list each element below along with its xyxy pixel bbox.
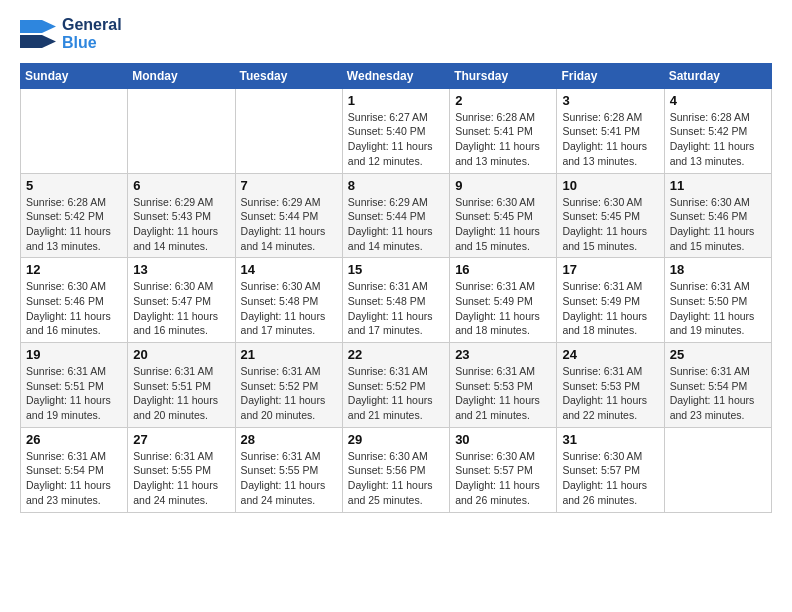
calendar-cell: 26Sunrise: 6:31 AMSunset: 5:54 PMDayligh… bbox=[21, 427, 128, 512]
calendar-week-5: 26Sunrise: 6:31 AMSunset: 5:54 PMDayligh… bbox=[21, 427, 772, 512]
day-number: 12 bbox=[26, 262, 122, 277]
day-number: 22 bbox=[348, 347, 444, 362]
day-number: 4 bbox=[670, 93, 766, 108]
day-info: Sunrise: 6:31 AMSunset: 5:51 PMDaylight:… bbox=[133, 364, 229, 423]
calendar-cell: 29Sunrise: 6:30 AMSunset: 5:56 PMDayligh… bbox=[342, 427, 449, 512]
day-number: 27 bbox=[133, 432, 229, 447]
svg-rect-0 bbox=[20, 20, 42, 33]
day-number: 13 bbox=[133, 262, 229, 277]
day-info: Sunrise: 6:27 AMSunset: 5:40 PMDaylight:… bbox=[348, 110, 444, 169]
calendar-cell: 17Sunrise: 6:31 AMSunset: 5:49 PMDayligh… bbox=[557, 258, 664, 343]
day-number: 11 bbox=[670, 178, 766, 193]
calendar-cell: 1Sunrise: 6:27 AMSunset: 5:40 PMDaylight… bbox=[342, 88, 449, 173]
day-number: 7 bbox=[241, 178, 337, 193]
day-number: 10 bbox=[562, 178, 658, 193]
day-number: 24 bbox=[562, 347, 658, 362]
day-info: Sunrise: 6:28 AMSunset: 5:41 PMDaylight:… bbox=[455, 110, 551, 169]
calendar-cell: 27Sunrise: 6:31 AMSunset: 5:55 PMDayligh… bbox=[128, 427, 235, 512]
day-number: 26 bbox=[26, 432, 122, 447]
header: General Blue bbox=[20, 16, 772, 53]
day-info: Sunrise: 6:30 AMSunset: 5:57 PMDaylight:… bbox=[562, 449, 658, 508]
weekday-header-saturday: Saturday bbox=[664, 63, 771, 88]
calendar-table: SundayMondayTuesdayWednesdayThursdayFrid… bbox=[20, 63, 772, 513]
day-info: Sunrise: 6:30 AMSunset: 5:57 PMDaylight:… bbox=[455, 449, 551, 508]
day-number: 3 bbox=[562, 93, 658, 108]
day-number: 2 bbox=[455, 93, 551, 108]
day-info: Sunrise: 6:30 AMSunset: 5:48 PMDaylight:… bbox=[241, 279, 337, 338]
day-number: 31 bbox=[562, 432, 658, 447]
calendar-cell: 18Sunrise: 6:31 AMSunset: 5:50 PMDayligh… bbox=[664, 258, 771, 343]
day-info: Sunrise: 6:28 AMSunset: 5:41 PMDaylight:… bbox=[562, 110, 658, 169]
day-info: Sunrise: 6:31 AMSunset: 5:55 PMDaylight:… bbox=[241, 449, 337, 508]
calendar-cell bbox=[235, 88, 342, 173]
calendar-cell: 30Sunrise: 6:30 AMSunset: 5:57 PMDayligh… bbox=[450, 427, 557, 512]
calendar-week-4: 19Sunrise: 6:31 AMSunset: 5:51 PMDayligh… bbox=[21, 343, 772, 428]
calendar-cell: 2Sunrise: 6:28 AMSunset: 5:41 PMDaylight… bbox=[450, 88, 557, 173]
weekday-header-friday: Friday bbox=[557, 63, 664, 88]
svg-marker-3 bbox=[42, 35, 56, 48]
day-info: Sunrise: 6:29 AMSunset: 5:44 PMDaylight:… bbox=[348, 195, 444, 254]
day-info: Sunrise: 6:31 AMSunset: 5:52 PMDaylight:… bbox=[241, 364, 337, 423]
day-info: Sunrise: 6:30 AMSunset: 5:46 PMDaylight:… bbox=[670, 195, 766, 254]
day-number: 18 bbox=[670, 262, 766, 277]
day-number: 29 bbox=[348, 432, 444, 447]
calendar-cell: 11Sunrise: 6:30 AMSunset: 5:46 PMDayligh… bbox=[664, 173, 771, 258]
calendar-cell: 14Sunrise: 6:30 AMSunset: 5:48 PMDayligh… bbox=[235, 258, 342, 343]
day-number: 9 bbox=[455, 178, 551, 193]
calendar-week-1: 1Sunrise: 6:27 AMSunset: 5:40 PMDaylight… bbox=[21, 88, 772, 173]
calendar-cell: 21Sunrise: 6:31 AMSunset: 5:52 PMDayligh… bbox=[235, 343, 342, 428]
day-info: Sunrise: 6:30 AMSunset: 5:56 PMDaylight:… bbox=[348, 449, 444, 508]
weekday-header-sunday: Sunday bbox=[21, 63, 128, 88]
calendar-cell bbox=[21, 88, 128, 173]
svg-marker-2 bbox=[42, 20, 56, 33]
weekday-header-thursday: Thursday bbox=[450, 63, 557, 88]
calendar-cell: 8Sunrise: 6:29 AMSunset: 5:44 PMDaylight… bbox=[342, 173, 449, 258]
calendar-cell: 25Sunrise: 6:31 AMSunset: 5:54 PMDayligh… bbox=[664, 343, 771, 428]
day-info: Sunrise: 6:30 AMSunset: 5:47 PMDaylight:… bbox=[133, 279, 229, 338]
day-info: Sunrise: 6:31 AMSunset: 5:48 PMDaylight:… bbox=[348, 279, 444, 338]
page: General Blue SundayMondayTuesdayWednesda… bbox=[0, 0, 792, 612]
day-info: Sunrise: 6:29 AMSunset: 5:44 PMDaylight:… bbox=[241, 195, 337, 254]
day-info: Sunrise: 6:31 AMSunset: 5:49 PMDaylight:… bbox=[455, 279, 551, 338]
calendar-cell: 20Sunrise: 6:31 AMSunset: 5:51 PMDayligh… bbox=[128, 343, 235, 428]
day-info: Sunrise: 6:28 AMSunset: 5:42 PMDaylight:… bbox=[26, 195, 122, 254]
calendar-cell: 5Sunrise: 6:28 AMSunset: 5:42 PMDaylight… bbox=[21, 173, 128, 258]
day-number: 21 bbox=[241, 347, 337, 362]
calendar-cell: 24Sunrise: 6:31 AMSunset: 5:53 PMDayligh… bbox=[557, 343, 664, 428]
weekday-header-row: SundayMondayTuesdayWednesdayThursdayFrid… bbox=[21, 63, 772, 88]
day-info: Sunrise: 6:31 AMSunset: 5:55 PMDaylight:… bbox=[133, 449, 229, 508]
calendar-cell: 4Sunrise: 6:28 AMSunset: 5:42 PMDaylight… bbox=[664, 88, 771, 173]
logo: General Blue bbox=[20, 16, 122, 53]
logo-general: General bbox=[62, 16, 122, 34]
day-info: Sunrise: 6:31 AMSunset: 5:53 PMDaylight:… bbox=[562, 364, 658, 423]
calendar-cell bbox=[664, 427, 771, 512]
day-info: Sunrise: 6:29 AMSunset: 5:43 PMDaylight:… bbox=[133, 195, 229, 254]
calendar-cell: 6Sunrise: 6:29 AMSunset: 5:43 PMDaylight… bbox=[128, 173, 235, 258]
day-number: 6 bbox=[133, 178, 229, 193]
weekday-header-tuesday: Tuesday bbox=[235, 63, 342, 88]
calendar-cell: 23Sunrise: 6:31 AMSunset: 5:53 PMDayligh… bbox=[450, 343, 557, 428]
calendar-cell: 15Sunrise: 6:31 AMSunset: 5:48 PMDayligh… bbox=[342, 258, 449, 343]
calendar-week-2: 5Sunrise: 6:28 AMSunset: 5:42 PMDaylight… bbox=[21, 173, 772, 258]
day-number: 1 bbox=[348, 93, 444, 108]
calendar-week-3: 12Sunrise: 6:30 AMSunset: 5:46 PMDayligh… bbox=[21, 258, 772, 343]
day-info: Sunrise: 6:28 AMSunset: 5:42 PMDaylight:… bbox=[670, 110, 766, 169]
calendar-cell: 9Sunrise: 6:30 AMSunset: 5:45 PMDaylight… bbox=[450, 173, 557, 258]
calendar-cell: 7Sunrise: 6:29 AMSunset: 5:44 PMDaylight… bbox=[235, 173, 342, 258]
weekday-header-wednesday: Wednesday bbox=[342, 63, 449, 88]
logo-icon bbox=[20, 20, 56, 48]
day-number: 5 bbox=[26, 178, 122, 193]
day-info: Sunrise: 6:31 AMSunset: 5:52 PMDaylight:… bbox=[348, 364, 444, 423]
day-number: 16 bbox=[455, 262, 551, 277]
day-info: Sunrise: 6:31 AMSunset: 5:54 PMDaylight:… bbox=[670, 364, 766, 423]
day-number: 8 bbox=[348, 178, 444, 193]
day-info: Sunrise: 6:31 AMSunset: 5:50 PMDaylight:… bbox=[670, 279, 766, 338]
calendar-cell: 19Sunrise: 6:31 AMSunset: 5:51 PMDayligh… bbox=[21, 343, 128, 428]
svg-rect-1 bbox=[20, 35, 42, 48]
calendar-cell bbox=[128, 88, 235, 173]
day-number: 23 bbox=[455, 347, 551, 362]
calendar-cell: 28Sunrise: 6:31 AMSunset: 5:55 PMDayligh… bbox=[235, 427, 342, 512]
day-info: Sunrise: 6:31 AMSunset: 5:53 PMDaylight:… bbox=[455, 364, 551, 423]
day-info: Sunrise: 6:30 AMSunset: 5:46 PMDaylight:… bbox=[26, 279, 122, 338]
day-number: 19 bbox=[26, 347, 122, 362]
